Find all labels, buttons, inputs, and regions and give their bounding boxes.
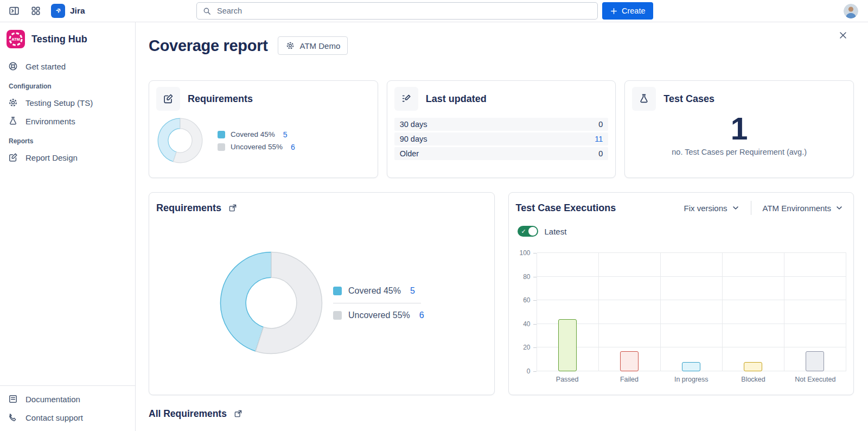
bar-xlabels: PassedFailedIn progressBlockedNot Execut… <box>537 371 847 383</box>
gear-icon <box>285 41 295 50</box>
requirements-donut-small <box>157 117 203 164</box>
covered-count-link[interactable]: 5 <box>283 130 288 139</box>
x-axis-label: Passed <box>537 371 598 383</box>
chevron-down-icon <box>732 204 739 212</box>
latest-toggle-label: Latest <box>545 227 567 236</box>
dropdown-label: ATM Environments <box>763 204 831 213</box>
sidebar-item-label: Report Design <box>25 153 78 162</box>
legend-item-covered: Covered 45% 5 <box>218 130 295 139</box>
sidebar-item-environments[interactable]: Environments <box>0 112 135 130</box>
bar-failed <box>620 351 639 371</box>
test-cases-caption: no. Test Cases per Requirement (avg.) <box>632 148 846 156</box>
executions-bar-chart: 020406080100 PassedFailedIn progressBloc… <box>516 253 847 383</box>
test-cases-flask-icon <box>632 87 656 111</box>
last-updated-rows: 30 days 0 90 days 11 Older 0 <box>394 118 609 160</box>
external-link-icon <box>233 409 243 419</box>
bar-passed <box>558 319 577 371</box>
jira-home-link[interactable]: » Jira <box>49 4 87 18</box>
search-input[interactable] <box>216 6 592 16</box>
covered-count-link[interactable]: 5 <box>410 286 415 296</box>
y-tick-label: 0 <box>527 367 531 375</box>
sidebar-item-get-started[interactable]: Get started <box>0 57 135 75</box>
main-content: Coverage report ATM Demo <box>136 22 868 431</box>
legend-item-uncovered: Uncovered 55% 6 <box>218 143 295 151</box>
legend-item-covered: Covered 45% 5 <box>333 286 429 296</box>
fix-versions-dropdown[interactable]: Fix versions <box>681 203 743 213</box>
legend-label: Uncovered 55% <box>348 310 410 320</box>
sidebar-item-testing-setup[interactable]: Testing Setup (TS) <box>0 93 135 112</box>
last-updated-row-older: Older 0 <box>394 147 609 160</box>
create-button-label: Create <box>622 7 646 15</box>
app-switcher-button[interactable] <box>27 2 44 20</box>
x-axis-label: Failed <box>598 371 660 383</box>
gear-icon <box>8 97 18 108</box>
open-all-requirements-button[interactable] <box>232 408 244 420</box>
phone-icon <box>8 412 18 423</box>
project-picker-label: ATM Demo <box>300 41 341 50</box>
requirements-detail-card: Requirements <box>149 192 495 395</box>
sidebar-item-label: Testing Setup (TS) <box>25 98 93 107</box>
plus-icon <box>610 7 618 15</box>
y-tick-label: 80 <box>523 273 530 281</box>
requirements-legend-small: Covered 45% 5 Uncovered 55% 6 <box>218 126 295 155</box>
row-value: 0 <box>598 120 603 129</box>
covered-swatch <box>333 287 342 295</box>
atm-environments-dropdown[interactable]: ATM Environments <box>760 203 846 213</box>
y-tick-label: 20 <box>523 344 530 351</box>
x-axis-label: In progress <box>660 371 722 383</box>
uncovered-count-link[interactable]: 6 <box>291 143 295 151</box>
uncovered-count-link[interactable]: 6 <box>419 310 424 320</box>
last-updated-row-90-days: 90 days 11 <box>394 132 609 145</box>
dropdown-label: Fix versions <box>684 204 727 213</box>
app-grid-icon <box>30 5 41 16</box>
sidebar-item-label: Environments <box>25 117 75 126</box>
testing-hub-logo-icon: ATM <box>7 30 25 48</box>
latest-toggle[interactable]: ✓ <box>518 226 538 237</box>
sidebar-item-label: Contact support <box>25 413 83 422</box>
chevron-down-icon <box>835 204 843 212</box>
document-icon <box>8 394 18 404</box>
yaxis-spacer <box>516 371 537 383</box>
y-tick-label: 100 <box>519 249 530 257</box>
sidebar-item-documentation[interactable]: Documentation <box>0 390 135 408</box>
x-axis-label: Not Executed <box>784 371 846 383</box>
app-name: Jira <box>70 6 85 16</box>
filters-divider <box>751 201 751 215</box>
requirements-donut-large <box>219 251 323 355</box>
sidebar-item-report-design[interactable]: Report Design <box>0 148 135 167</box>
sidebar-item-label: Documentation <box>25 395 80 404</box>
legend-label: Uncovered 55% <box>231 143 283 151</box>
row-value-link[interactable]: 11 <box>595 135 603 143</box>
svg-text:ATM: ATM <box>11 37 20 42</box>
last-updated-icon <box>394 87 418 111</box>
bar-yaxis: 020406080100 <box>516 253 537 371</box>
legend-divider <box>333 303 421 303</box>
sidebar-section-configuration: Configuration <box>0 75 135 93</box>
bar-column <box>599 253 661 371</box>
uncovered-swatch <box>218 143 225 151</box>
project-picker-button[interactable]: ATM Demo <box>278 36 348 55</box>
card-title: Test Cases <box>663 93 714 105</box>
uncovered-swatch <box>333 311 342 320</box>
global-search[interactable] <box>196 2 598 20</box>
check-icon: ✓ <box>521 229 526 234</box>
sidebar-app-header[interactable]: ATM Testing Hub <box>0 27 135 57</box>
bar-column <box>723 253 784 371</box>
close-button[interactable] <box>835 28 851 43</box>
card-title: Requirements <box>156 202 221 214</box>
collapse-sidebar-icon <box>8 5 20 17</box>
life-ring-icon <box>8 61 18 72</box>
requirements-icon <box>156 87 180 111</box>
row-label: 30 days <box>400 120 427 129</box>
sidebar-app-title: Testing Hub <box>31 34 87 45</box>
sidebar-item-contact-support[interactable]: Contact support <box>0 408 135 427</box>
bar-plot <box>537 253 847 371</box>
create-button[interactable]: Create <box>602 2 653 20</box>
flask-icon <box>8 116 18 126</box>
collapse-sidebar-button[interactable] <box>5 2 23 20</box>
close-icon <box>838 30 848 41</box>
row-value: 0 <box>598 149 603 158</box>
bar-not-executed <box>806 351 824 371</box>
user-avatar[interactable] <box>844 4 858 18</box>
open-requirements-button[interactable] <box>227 202 239 214</box>
